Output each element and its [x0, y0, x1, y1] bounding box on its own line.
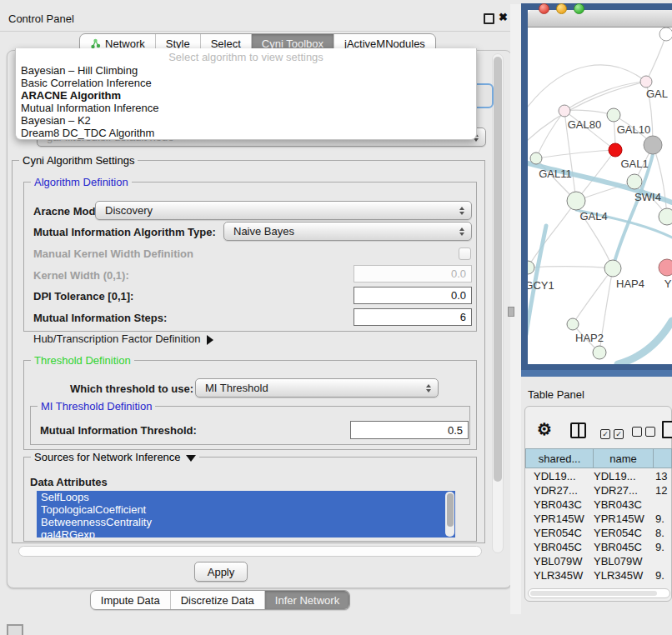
- network-node[interactable]: [567, 318, 579, 330]
- network-node[interactable]: [640, 76, 652, 88]
- algorithm-option-bayesian-k2[interactable]: Bayesian – K2: [16, 114, 476, 127]
- network-node[interactable]: [644, 136, 662, 154]
- splitter-handle[interactable]: [508, 307, 514, 317]
- table-row[interactable]: YPR145WYPR145W9.: [525, 512, 672, 526]
- table-cell: 9.: [654, 540, 672, 554]
- scrollbar-thumb[interactable]: [447, 493, 454, 527]
- minimize-window-button[interactable]: [556, 3, 567, 14]
- aracne-mode-value: Discovery: [105, 204, 153, 217]
- settings-horizontal-scrollbar[interactable]: [18, 546, 482, 557]
- table-settings-gear-icon[interactable]: ⚙: [537, 419, 552, 439]
- apply-button[interactable]: Apply: [194, 562, 248, 582]
- column-header-clipped[interactable]: [654, 448, 672, 468]
- tab-impute-data[interactable]: Impute Data: [91, 591, 170, 609]
- table-cell: YER054C: [594, 526, 654, 540]
- node-label-gal1: GAL1: [620, 158, 648, 170]
- table-horizontal-scrollbar[interactable]: [528, 588, 670, 598]
- column-header-shared-name[interactable]: shared...: [525, 448, 594, 468]
- attribute-item-betweennesscentrality[interactable]: BetweennessCentrality: [37, 516, 455, 528]
- network-edge: [646, 35, 666, 82]
- group-title: MI Threshold Definition: [38, 400, 155, 412]
- network-node[interactable]: [609, 143, 622, 157]
- split-columns-icon[interactable]: [570, 422, 586, 438]
- tab-label: Discretize Data: [181, 594, 254, 607]
- table-cell: 13: [654, 469, 672, 483]
- network-node[interactable]: [559, 105, 570, 117]
- network-node[interactable]: [659, 208, 672, 225]
- manual-kernel-width-checkbox[interactable]: [459, 248, 471, 260]
- titlebar-divider: [0, 31, 515, 32]
- scrollbar-thumb[interactable]: [530, 591, 657, 596]
- network-node[interactable]: [627, 174, 642, 189]
- mi-threshold-input[interactable]: 0.5: [350, 421, 469, 439]
- node-label-gal10: GAL10: [617, 123, 650, 136]
- close-panel-button[interactable]: ✖: [499, 11, 508, 23]
- network-node[interactable]: [604, 260, 621, 277]
- table-cell: YER054C: [525, 526, 594, 540]
- mi-algorithm-type-label: Mutual Information Algorithm Type:: [33, 226, 216, 238]
- table-cell: 12: [654, 483, 672, 498]
- mi-algorithm-type-combobox[interactable]: Naive Bayes: [223, 222, 472, 241]
- which-threshold-combobox[interactable]: MI Threshold: [195, 378, 439, 398]
- node-label-swi4: SWI4: [634, 191, 661, 203]
- dpi-tolerance-label: DPI Tolerance [0,1]:: [33, 290, 133, 302]
- float-window-button[interactable]: [484, 13, 494, 24]
- page-icon[interactable]: [662, 421, 672, 438]
- group-title: Algorithm Definition: [31, 176, 132, 188]
- network-node[interactable]: [593, 346, 606, 359]
- attributes-list-scrollbar[interactable]: [445, 492, 454, 537]
- network-edge: [653, 145, 667, 217]
- mi-steps-input[interactable]: 6: [354, 308, 472, 326]
- deselect-all-checkboxes-icon[interactable]: [632, 425, 659, 440]
- table-row[interactable]: YLR345WYLR345W9.: [525, 568, 672, 582]
- tab-discretize-data[interactable]: Discretize Data: [170, 591, 264, 609]
- table-cell: YBL079W: [594, 554, 654, 568]
- table-row[interactable]: YER054CYER054C8.: [525, 526, 672, 540]
- dpi-tolerance-input[interactable]: 0.0: [354, 287, 472, 304]
- algorithm-option-basic-correlation-inference[interactable]: Basic Correlation Inference: [16, 77, 476, 89]
- algorithm-option-aracne-algorithm[interactable]: ARACNE Algorithm: [16, 89, 476, 102]
- network-node[interactable]: [659, 28, 672, 41]
- tab-infer-network[interactable]: Infer Network: [264, 591, 349, 609]
- attribute-item-topologicalcoefficient[interactable]: TopologicalCoefficient: [37, 503, 455, 516]
- data-attributes-label: Data Attributes: [30, 476, 108, 488]
- group-title: Cyni Algorithm Settings: [19, 154, 138, 167]
- table-cell: YDL19...: [525, 469, 594, 483]
- table-row[interactable]: YBR045CYBR045C9.: [525, 540, 672, 554]
- sources-collapse-header[interactable]: Sources for Network Inference: [31, 451, 199, 463]
- table-row[interactable]: YBR043CYBR043C: [525, 498, 672, 512]
- zoom-window-button[interactable]: [574, 3, 584, 14]
- close-window-button[interactable]: [539, 3, 549, 14]
- network-edge: [536, 150, 615, 158]
- network-node[interactable]: [659, 259, 672, 276]
- algorithm-option-dream8-dc-tdc-algorithm[interactable]: Dream8 DC_TDC Algorithm: [16, 127, 476, 139]
- network-node[interactable]: [567, 192, 585, 210]
- select-all-checkboxes-icon[interactable]: [600, 425, 627, 440]
- hub-transcription-factor-expander[interactable]: Hub/Transcription Factor Definition: [33, 332, 213, 345]
- table-row[interactable]: YIL052CYIL052C9: [525, 582, 672, 586]
- network-node[interactable]: [528, 261, 534, 274]
- algorithm-option-mutual-information-inference[interactable]: Mutual Information Inference: [16, 102, 476, 114]
- aracne-mode-combobox[interactable]: Discovery: [95, 201, 472, 220]
- network-node[interactable]: [607, 108, 620, 122]
- column-header-name[interactable]: name: [594, 448, 654, 468]
- network-canvas[interactable]: GALGAL80GAL10GAL1GAL11SWI4GAL4GCY1HAP4YH…: [528, 28, 672, 364]
- network-node[interactable]: [530, 152, 542, 164]
- table-row[interactable]: YDR27...YDR27...12: [525, 483, 672, 498]
- table-row[interactable]: YDL19...YDL19...13: [525, 469, 672, 483]
- table-cell: YDR27...: [525, 483, 594, 498]
- network-window-titlebar[interactable]: [528, 10, 672, 28]
- table-panel-title: Table Panel: [528, 388, 584, 401]
- stepper-icon: [426, 384, 431, 392]
- mi-threshold-label: Mutual Information Threshold:: [40, 424, 197, 437]
- settings-vertical-scrollbar[interactable]: [492, 53, 504, 553]
- table-row[interactable]: YBL079WYBL079W: [525, 554, 672, 568]
- algorithm-option-bayesian-hill-climbing[interactable]: Bayesian – Hill Climbing: [16, 64, 476, 77]
- scrollbar-thumb[interactable]: [494, 57, 502, 482]
- attribute-item-selfloops[interactable]: SelfLoops: [37, 491, 455, 503]
- attribute-item-gal4rgexp[interactable]: gal4RGexp: [37, 528, 455, 538]
- table-cell: YBR043C: [525, 498, 594, 512]
- kernel-width-input[interactable]: 0.0: [354, 265, 472, 282]
- data-attributes-list[interactable]: SelfLoopsTopologicalCoefficientBetweenne…: [37, 491, 455, 538]
- panel-dock-icon[interactable]: [7, 624, 23, 635]
